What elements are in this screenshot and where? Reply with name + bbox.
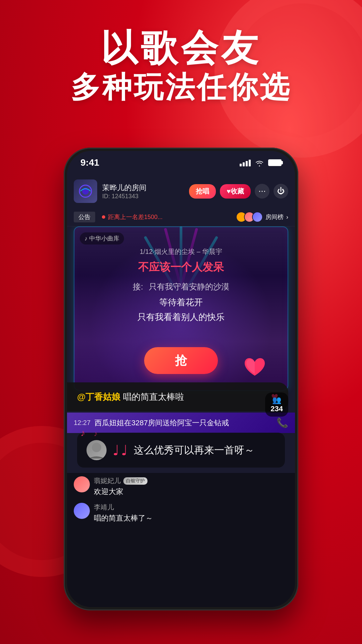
wifi-icon — [255, 159, 264, 166]
notice-content: 距离上一名差1500... — [108, 213, 163, 221]
rank-label: 房间榜 — [265, 213, 284, 221]
song-lyrics-area: 不应该一个人发呆 接: 只有我守着安静的沙漠 等待着花开 只有我看着别人的快乐 — [74, 260, 288, 324]
gift-text: 西瓜妞姐在3287房间送给阿宝一只金钻戒 — [95, 418, 273, 428]
music-note-float-1: ♪ — [80, 428, 85, 438]
status-bar: 9:41 — [67, 151, 295, 174]
gift-notification: 12:27 西瓜妞姐在3287房间送给阿宝一只金钻戒 📞 — [67, 413, 295, 433]
status-icons — [240, 159, 282, 166]
notice-badge: 公告 — [74, 212, 95, 222]
song-request-text: 这么优秀可以再来一首呀～ — [134, 443, 276, 457]
next-label-text: 接: — [133, 282, 143, 291]
notice-bar: 公告 距离上一名差1500... 房间榜 › — [67, 208, 295, 226]
chat-username-1: 翡妮妃儿 白银守护 — [94, 476, 288, 485]
rank-avatar-3 — [252, 212, 263, 222]
comment-text: @丁香姑娘 唱的简直太棒啦 — [77, 391, 266, 403]
chat-avatar-1 — [74, 476, 90, 492]
lyrics-next-line-2: 等待着花开 — [74, 295, 288, 310]
chat-item-2: 李靖儿 唱的简直太棒了～ — [74, 503, 288, 523]
room-header: 茉晔儿的房间 ID: 12451343 抢唱 ♥收藏 ⋯ ⏻ — [67, 174, 295, 208]
chat-avatar-2 — [74, 503, 90, 519]
grab-button[interactable]: 抢 — [144, 347, 218, 374]
lyrics-current: 不应该一个人发呆 — [74, 260, 288, 275]
audience-badge: 👥 234 — [265, 392, 288, 417]
signal-bar-4 — [249, 160, 251, 166]
grab-btn-container: 抢 — [74, 347, 288, 374]
room-avatar — [74, 179, 97, 203]
grab-sing-button[interactable]: 抢唱 — [189, 184, 216, 199]
song-library-badge: ♪ 中华小曲库 — [80, 232, 124, 245]
room-id: ID: 12451343 — [102, 193, 184, 200]
signal-bar-3 — [246, 161, 248, 166]
song-request-popup: ♪ ♪ ♩ ♩ 这么优秀可以再来一首呀～ — [77, 433, 285, 468]
song-number: 1/12·烟火里的尘埃 – 华晨宇 — [74, 247, 288, 256]
headline-section: 以歌会友 多种玩法任你选 — [0, 27, 362, 105]
chat-message-1: 欢迎大家 — [94, 487, 288, 497]
signal-bar-1 — [240, 164, 242, 166]
phone-screen: 9:41 — [67, 151, 295, 607]
headline-line1: 以歌会友 — [0, 27, 362, 69]
chat-list: 翡妮妃儿 白银守护 欢迎大家 李靖儿 唱的简直太棒了～ — [67, 473, 295, 607]
signal-icon — [240, 159, 251, 166]
music-note-float-2: ♪ — [94, 429, 98, 438]
dot-red — [102, 215, 105, 219]
gift-icon: 📞 — [277, 417, 288, 428]
more-menu-button[interactable]: ⋯ — [255, 184, 269, 199]
rank-chevron: › — [286, 214, 288, 221]
gift-time: 12:27 — [74, 419, 90, 427]
chat-name-1: 翡妮妃儿 — [94, 476, 121, 485]
heart-decoration — [241, 354, 268, 381]
chat-username-2: 李靖儿 — [94, 503, 288, 512]
rank-avatars — [236, 212, 263, 222]
lyrics-next-line-3: 只有我看着别人的快乐 — [74, 310, 288, 324]
music-note-2: ♩ — [121, 442, 128, 459]
audience-count: 234 — [270, 405, 283, 413]
chat-content-1: 翡妮妃儿 白银守护 欢迎大家 — [94, 476, 288, 497]
music-notes: ♩ ♩ — [113, 442, 128, 459]
chat-item-1: 翡妮妃儿 白银守护 欢迎大家 — [74, 476, 288, 497]
phone-container: 9:41 — [64, 148, 298, 610]
power-button[interactable]: ⏻ — [274, 184, 288, 199]
notice-text: 距离上一名差1500... — [102, 213, 229, 221]
phone-shell: 9:41 — [64, 148, 298, 610]
collect-button[interactable]: ♥收藏 — [220, 184, 251, 199]
room-actions: 抢唱 ♥收藏 ⋯ ⏻ — [189, 184, 288, 199]
room-rank[interactable]: 房间榜 › — [236, 212, 288, 222]
room-name: 茉晔儿的房间 — [102, 183, 184, 193]
signal-bar-2 — [243, 162, 245, 166]
comment-message: 唱的简直太棒啦 — [123, 392, 184, 402]
comment-popup: @丁香姑娘 唱的简直太棒啦 ♥ — [67, 382, 288, 411]
chat-name-2: 李靖儿 — [94, 503, 114, 512]
comment-username: @丁香姑娘 — [77, 392, 120, 402]
room-info: 茉晔儿的房间 ID: 12451343 — [102, 183, 184, 200]
status-time: 9:41 — [80, 157, 99, 168]
music-note-1: ♩ — [113, 442, 119, 459]
lyrics-next-label: 接: 只有我守着安静的沙漠 — [74, 281, 288, 292]
song-area: ♪ 中华小曲库 1/12·烟火里的尘埃 – 华晨宇 不应该一个人发呆 接: 只有… — [74, 226, 288, 391]
chat-content-2: 李靖儿 唱的简直太棒了～ — [94, 503, 288, 523]
lyrics-next-line-1: 只有我守着安静的沙漠 — [149, 282, 229, 291]
song-request-avatar — [86, 440, 107, 460]
battery-icon — [268, 159, 282, 166]
chat-message-2: 唱的简直太棒了～ — [94, 513, 288, 523]
audience-icon: 👥 — [270, 396, 283, 405]
headline-line2: 多种玩法任你选 — [0, 69, 362, 105]
chat-badge-silver-1: 白银守护 — [123, 477, 147, 485]
svg-point-2 — [92, 443, 101, 452]
